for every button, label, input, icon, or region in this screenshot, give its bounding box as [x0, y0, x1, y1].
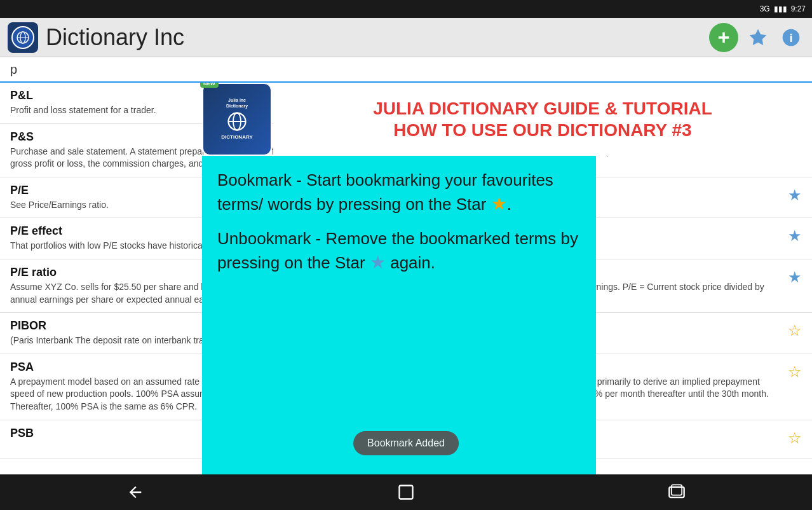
search-bar[interactable] — [0, 57, 812, 83]
app-header: Dictionary Inc i — [0, 18, 812, 57]
battery-indicator: ▮▮▮ — [774, 4, 787, 13]
tutorial-unbookmark-text: Unbookmark - Remove the bookmarked terms… — [217, 227, 581, 275]
star-empty-icon: ☆ — [788, 322, 802, 339]
navigation-bar — [0, 474, 812, 510]
back-button[interactable] — [116, 479, 154, 505]
bookmark-toast: Bookmark Added — [353, 431, 459, 455]
time-display: 9:27 — [791, 4, 806, 13]
star-blue-icon: ★ — [370, 252, 386, 272]
app-title: Dictionary Inc — [46, 24, 701, 51]
bookmark-button[interactable] — [745, 24, 771, 51]
star-button[interactable]: ☆ — [788, 429, 802, 447]
header-actions: i — [709, 23, 804, 52]
svg-rect-11 — [400, 486, 413, 499]
star-filled-icon: ★ — [788, 268, 802, 286]
main-content: P&LProfit and loss statement for a trade… — [0, 83, 812, 474]
info-button[interactable]: i — [778, 24, 804, 51]
add-button[interactable] — [709, 23, 738, 52]
star-button[interactable]: ☆ — [788, 363, 802, 381]
tutorial-logo: Julia Inc Dictionary DICTIONARY NEW — [202, 83, 272, 210]
star-button[interactable]: ★ — [788, 227, 802, 245]
tutorial-header: JULIA DICTIONARY GUIDE & TUTORIAL HOW TO… — [273, 83, 812, 156]
home-button[interactable] — [387, 479, 425, 505]
star-button[interactable]: ★ — [788, 268, 802, 286]
tutorial-title: JULIA DICTIONARY GUIDE & TUTORIAL HOW TO… — [367, 98, 719, 141]
signal-indicator: 3G — [760, 4, 770, 13]
status-bar: 3G ▮▮▮ 9:27 — [0, 0, 812, 18]
star-button[interactable]: ★ — [788, 186, 802, 204]
search-input[interactable] — [10, 62, 802, 77]
star-button[interactable]: ☆ — [788, 322, 802, 340]
star-empty-icon: ☆ — [788, 429, 802, 446]
app-icon — [8, 22, 38, 53]
star-filled-icon: ★ — [788, 186, 802, 203]
recents-button[interactable] — [658, 479, 696, 505]
svg-marker-5 — [750, 29, 767, 45]
star-empty-icon: ☆ — [788, 363, 802, 380]
star-filled-icon: ★ — [788, 227, 802, 244]
star-gold-icon: ★ — [491, 194, 507, 214]
svg-text:i: i — [789, 31, 792, 44]
